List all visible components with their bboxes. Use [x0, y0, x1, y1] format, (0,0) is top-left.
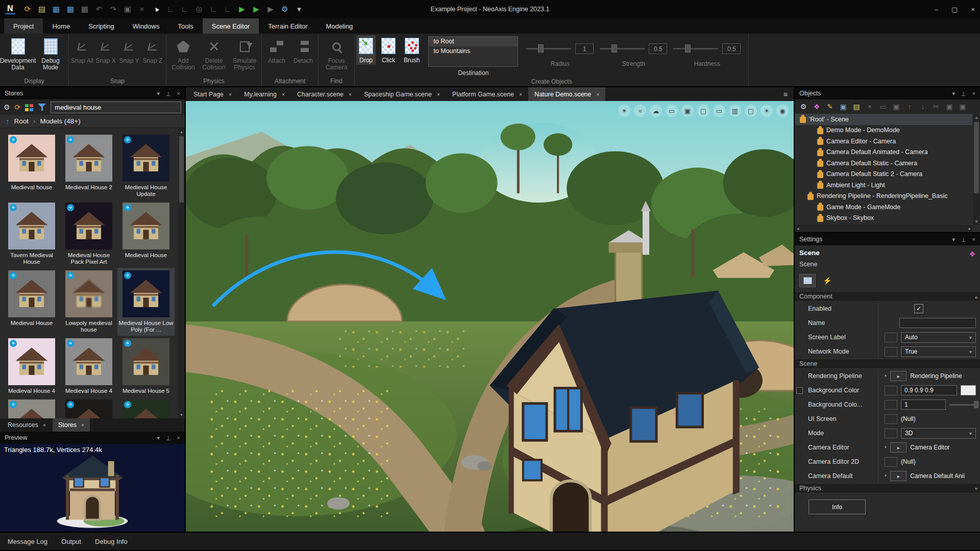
search-input[interactable]	[51, 102, 181, 113]
default-marker-box[interactable]	[885, 457, 897, 467]
store-item[interactable]: ✦ Medieval House Pack Pixel Art	[60, 200, 117, 268]
select-tool-icon[interactable]: ▲	[147, 0, 166, 18]
save-all-icon[interactable]: ▦	[78, 3, 92, 16]
menu-tab[interactable]: Modeling	[317, 18, 362, 34]
scene-tab[interactable]: My.learning ×	[238, 87, 291, 101]
panel-pin-icon[interactable]: ⊤	[166, 435, 171, 441]
panel-collapse-icon[interactable]: ▾	[952, 90, 955, 97]
store-item[interactable]: ✦	[60, 397, 117, 418]
transform-select-icon[interactable]: ❖	[811, 103, 823, 111]
store-item[interactable]: ✦ Tavern Medieval House	[3, 200, 60, 268]
tree-row[interactable]: + Rendering Pipeline - RenderingPipeline…	[795, 191, 972, 202]
camera-record-icon[interactable]: ◉	[776, 105, 789, 117]
tree-row[interactable]: Demo Mode - DemoMode	[795, 125, 972, 136]
close-icon[interactable]: ×	[43, 422, 46, 428]
scroll-right-icon[interactable]: ▸	[968, 226, 971, 231]
background-color-field[interactable]: 0.9 0.9 0.9	[901, 385, 957, 395]
reference-button[interactable]: ▸	[890, 442, 906, 453]
scroll-up-icon[interactable]: ▴	[975, 294, 977, 299]
move-down-icon[interactable]: ↓	[917, 103, 929, 111]
background-color-env-field[interactable]: 1	[901, 399, 946, 410]
tree-row[interactable]: Camera Default Animated - Camera	[795, 147, 972, 158]
enabled-checkbox[interactable]: ✓	[914, 304, 923, 313]
section-component[interactable]: Component ▴	[795, 291, 980, 302]
delete-object-icon[interactable]: ×	[864, 103, 876, 111]
store-item[interactable]: ✦	[3, 397, 60, 418]
section-physics[interactable]: Physics ▾	[795, 483, 980, 493]
sun-icon[interactable]: ☀	[761, 105, 773, 117]
frame-e-icon[interactable]: ▢	[745, 105, 757, 117]
network-mode-dropdown[interactable]: True ▾	[901, 346, 976, 357]
filter-icon[interactable]	[38, 104, 46, 111]
scrollbar-thumb[interactable]	[179, 136, 184, 203]
navigate-up-icon[interactable]: ↑	[6, 117, 10, 126]
status-bar-tab[interactable]: Message Log	[8, 538, 47, 545]
panel-close-icon[interactable]: ×	[972, 90, 975, 96]
breadcrumb-current[interactable]: Models (48+)	[40, 117, 81, 125]
scene-tab[interactable]: Spaceship Game.scene ×	[358, 87, 446, 101]
panel-collapse-icon[interactable]: ▾	[157, 90, 160, 97]
scroll-left-icon[interactable]: ◂	[797, 226, 799, 231]
close-icon[interactable]: ×	[596, 91, 599, 97]
dock-tab[interactable]: Resources ×	[2, 418, 52, 432]
scroll-down-icon[interactable]: ▾	[975, 486, 977, 491]
destination-list[interactable]: to Root to Mountains	[428, 36, 518, 67]
paste-icon[interactable]: ▣	[957, 103, 969, 111]
frame-d-icon[interactable]: ▭	[713, 105, 725, 117]
close-icon[interactable]: ×	[437, 91, 440, 97]
store-item[interactable]: ✦ Lowpoly medieval house	[60, 268, 117, 336]
minimize-button[interactable]: –	[935, 6, 938, 13]
tree-row[interactable]: Ambient Light - Light	[795, 180, 972, 191]
delete-icon[interactable]: ×	[135, 3, 149, 16]
display-icon[interactable]: ▥	[729, 105, 741, 117]
store-item[interactable]: ✦ Medieval house	[3, 132, 60, 200]
cut-icon[interactable]: ✂	[930, 103, 942, 111]
close-icon[interactable]: ×	[282, 91, 285, 97]
tree-row[interactable]: Camera Default Static - Camera	[795, 158, 972, 169]
store-item[interactable]: ✦ Medieval House 5	[117, 336, 175, 397]
stores-scrollbar[interactable]: ▴ ▾	[178, 128, 185, 418]
default-marker-box[interactable]	[885, 429, 897, 438]
play-two-icon[interactable]: ▶	[250, 3, 263, 16]
toolbar-more-icon[interactable]: ▾	[292, 3, 306, 16]
scroll-up-icon[interactable]: ▴	[973, 115, 980, 120]
dock-tab[interactable]: Stores ×	[53, 418, 90, 432]
move-up-icon[interactable]: ↑	[903, 103, 916, 111]
categories-icon[interactable]	[25, 104, 33, 111]
app-logo[interactable]: N	[5, 4, 15, 14]
menu-tab[interactable]: Scene Editor	[203, 18, 259, 34]
menu-tab[interactable]: Scripting	[79, 18, 124, 34]
tab-list-icon[interactable]: ≡	[777, 87, 794, 101]
scroll-down-icon[interactable]: ▾	[973, 219, 980, 224]
reference-button[interactable]: ▸	[890, 471, 906, 481]
tree-row[interactable]: Skybox - Skybox	[795, 213, 972, 224]
panel-close-icon[interactable]: ×	[177, 90, 180, 96]
panel-pin-icon[interactable]: ⊤	[166, 90, 171, 97]
panel-close-icon[interactable]: ×	[972, 236, 975, 242]
store-item[interactable]: ✦ Medieval House 4	[60, 336, 117, 397]
create-mode-button[interactable]: Drop	[356, 35, 376, 65]
tools-icon[interactable]: ⚙	[278, 3, 292, 16]
panel-pin-icon[interactable]: ⊤	[961, 90, 966, 97]
close-icon[interactable]: ×	[519, 91, 522, 97]
viewport-3d[interactable]: ☀ ≈ ☁ ▭ ▣ ▢ ▭ ▥ ▢ ☀	[186, 101, 794, 532]
destination-option[interactable]: to Mountains	[429, 46, 518, 56]
transform-tool-icon[interactable]: ∟	[221, 3, 235, 16]
menu-tab[interactable]: Windows	[124, 18, 169, 34]
status-bar-tab[interactable]: Debug Info	[95, 538, 128, 545]
tree-row[interactable]: Camera Editor - Camera	[795, 136, 972, 147]
create-mode-button[interactable]: Brush	[401, 35, 422, 65]
close-icon[interactable]: ×	[349, 91, 352, 97]
new-object-icon[interactable]: ▤	[850, 103, 863, 111]
refresh-icon[interactable]: ⟳	[21, 3, 35, 16]
color-swatch[interactable]	[961, 385, 976, 395]
new-resource-icon[interactable]: ▤	[35, 3, 49, 16]
close-icon[interactable]: ×	[229, 91, 232, 97]
save-icon[interactable]: ▦	[50, 3, 63, 16]
rename-icon[interactable]: ▭	[877, 103, 889, 111]
scene-tab[interactable]: Start Page ×	[187, 87, 238, 101]
brightness-icon[interactable]: ☀	[618, 105, 630, 117]
scroll-down-icon[interactable]: ▾	[178, 412, 185, 417]
store-item[interactable]: ✦	[117, 397, 175, 418]
panel-collapse-icon[interactable]: ▾	[157, 435, 160, 441]
